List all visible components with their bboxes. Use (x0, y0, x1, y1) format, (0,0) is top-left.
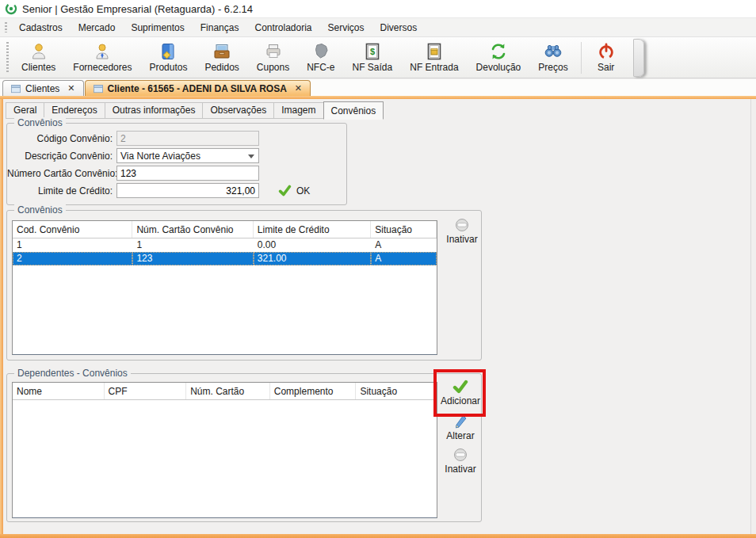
table-cell[interactable]: 2 (13, 252, 132, 265)
column-header-num-cartao[interactable]: Núm. Cartão (186, 383, 270, 399)
toolbar-button-devolucao[interactable]: Devolução (468, 40, 530, 76)
toolbar-button-fornecedores[interactable]: Fornecedores (64, 40, 140, 76)
close-tab-icon[interactable]: ✕ (67, 83, 75, 93)
table-header-row: NomeCPFNúm. CartãoComplementoSituação (13, 383, 437, 400)
alterar-label: Alterar (446, 430, 474, 441)
menu-item-mercado[interactable]: Mercado (71, 20, 124, 36)
menu-items: CadastrosMercadoSuprimentosFinançasContr… (11, 20, 425, 36)
table-cell[interactable]: 1 (132, 238, 253, 252)
descricao-convenio-combobox[interactable]: Via Norte Aviações (116, 148, 259, 163)
inactivate-icon (454, 218, 470, 232)
column-header-nome[interactable]: Nome (13, 383, 105, 399)
table-cell[interactable]: 123 (132, 252, 253, 265)
toolbar-button-label: Pedidos (204, 62, 239, 73)
nf-saida-icon: $ (363, 42, 382, 61)
combobox-value: Via Norte Aviações (120, 151, 200, 162)
subtab-geral[interactable]: Geral (6, 102, 44, 119)
table-cell[interactable]: 321.00 (254, 252, 371, 265)
nfce-icon (311, 42, 330, 61)
toolbar-grip-icon[interactable] (6, 42, 9, 74)
table-cell[interactable]: 0.00 (254, 238, 371, 252)
toolbar-button-pedidos[interactable]: Pedidos (196, 40, 247, 76)
table-cell[interactable]: A (371, 238, 437, 252)
toolbar-button-cupons[interactable]: Cupons (248, 40, 298, 76)
inativar-convenio-button[interactable]: Inativar (441, 216, 483, 247)
menu-item-servicos[interactable]: Serviços (320, 20, 372, 36)
toolbar-button-sair[interactable]: Sair (586, 40, 627, 76)
subtab-convenios[interactable]: Convênios (323, 101, 384, 120)
numero-cartao-label: Número Cartão Convênio: (7, 168, 116, 179)
produtos-icon (158, 42, 178, 61)
inactivate-icon (452, 448, 468, 462)
pedidos-icon (212, 42, 231, 61)
column-header-cpf[interactable]: CPF (105, 383, 187, 399)
toolbar-button-label: Produtos (149, 62, 187, 73)
group-title: Convênios (14, 204, 66, 216)
table-header-row: Cod. ConvênioNúm. Cartão ConvênioLimite … (13, 221, 437, 238)
codigo-convenio-field[interactable] (116, 131, 259, 146)
toolbar-separator (581, 42, 582, 74)
toolbar-button-label: Devolução (476, 62, 521, 73)
column-header-limite-de-credito[interactable]: Limite de Crédito (254, 221, 371, 238)
window-title: Senior | Gestão Empresarial (Retaguarda)… (22, 3, 253, 15)
dependentes-group: Dependentes - Convênios NomeCPFNúm. Cart… (6, 373, 482, 522)
toolbar-button-label: NF Entrada (410, 62, 458, 73)
table-row[interactable]: 2123321.00A (13, 252, 437, 265)
toolbar-button-precos[interactable]: Preços (529, 40, 576, 76)
toolbar-button-label: Clientes (21, 62, 55, 73)
subtab-imagem[interactable]: Imagem (273, 102, 323, 119)
check-icon (278, 185, 292, 197)
column-header-cod-convenio[interactable]: Cod. Convênio (13, 221, 132, 238)
table-cell[interactable]: 1 (13, 238, 132, 252)
close-tab-icon[interactable]: ✕ (294, 83, 303, 93)
subtab-enderecos[interactable]: Endereços (44, 102, 105, 119)
document-tab-label: Cliente - 61565 - ADENI DA SILVA ROSA (108, 83, 287, 94)
alterar-dependente-button[interactable]: Alterar (440, 412, 481, 444)
menu-item-cadastros[interactable]: Cadastros (11, 20, 71, 36)
nf-entrada-icon (425, 42, 444, 61)
inativar-dependente-button[interactable]: Inativar (440, 445, 481, 477)
toolbar-button-produtos[interactable]: Produtos (140, 40, 196, 76)
menu-item-financas[interactable]: Finanças (193, 20, 247, 36)
inativar-label: Inativar (445, 464, 475, 475)
toolbar-button-label: Cupons (257, 62, 289, 73)
column-header-num-cartao-convenio[interactable]: Núm. Cartão Convênio (132, 221, 253, 238)
svg-text:$: $ (370, 47, 375, 56)
document-tab-bar: Clientes✕Cliente - 61565 - ADENI DA SILV… (0, 79, 756, 96)
menu-item-suprimentos[interactable]: Suprimentos (123, 20, 192, 36)
table-row[interactable]: 110.00A (13, 238, 437, 252)
subtab-bar: GeralEndereçosOutras informaçõesObservaç… (6, 102, 384, 119)
toolbar-items: ClientesFornecedoresProdutosPedidosCupon… (13, 40, 627, 76)
convenios-grid-group: Convênios Cod. ConvênioNúm. Cartão Convê… (6, 210, 482, 361)
menu-item-controladoria[interactable]: Controladoria (246, 20, 319, 36)
window-form-icon (10, 84, 21, 93)
descricao-convenio-label: Descrição Convênio: (7, 151, 116, 162)
subtab-outras-informacoes[interactable]: Outras informações (105, 102, 204, 119)
toolbar-end-cap (633, 39, 644, 77)
toolbar-button-nfc-e[interactable]: NFC-e (298, 40, 343, 76)
subtab-observacoes[interactable]: Observações (202, 102, 274, 119)
cupons-icon (264, 42, 283, 61)
column-header-situacao[interactable]: Situação (371, 221, 437, 238)
toolbar-button-clientes[interactable]: Clientes (13, 40, 64, 76)
limite-credito-field[interactable] (116, 183, 259, 198)
menubar-grip-icon[interactable] (5, 22, 7, 32)
menu-item-diversos[interactable]: Diversos (372, 20, 426, 36)
toolbar-button-nf-saida[interactable]: $NF Saída (344, 40, 402, 76)
column-header-complemento[interactable]: Complemento (270, 383, 357, 399)
toolbar-button-nf-entrada[interactable]: NF Entrada (401, 40, 467, 76)
adicionar-dependente-button[interactable]: Adicionar (440, 377, 481, 409)
ok-button[interactable]: OK (275, 183, 313, 198)
codigo-convenio-label: Código Convênio: (7, 133, 116, 144)
document-tab-label: Clientes (25, 83, 59, 94)
toolbar: ClientesFornecedoresProdutosPedidosCupon… (0, 36, 756, 78)
toolbar-button-label: Fornecedores (73, 62, 132, 73)
chevron-down-icon[interactable] (248, 155, 254, 158)
column-header-situacao[interactable]: Situação (356, 383, 437, 399)
document-tab-clientes[interactable]: Clientes✕ (2, 80, 84, 96)
toolbar-button-label: Sair (598, 62, 614, 73)
document-tab-cliente-61565-adeni-da-silva-rosa[interactable]: Cliente - 61565 - ADENI DA SILVA ROSA✕ (85, 80, 311, 96)
numero-cartao-field[interactable] (116, 166, 259, 181)
table-cell[interactable]: A (371, 252, 437, 265)
fornecedores-icon (93, 42, 112, 61)
